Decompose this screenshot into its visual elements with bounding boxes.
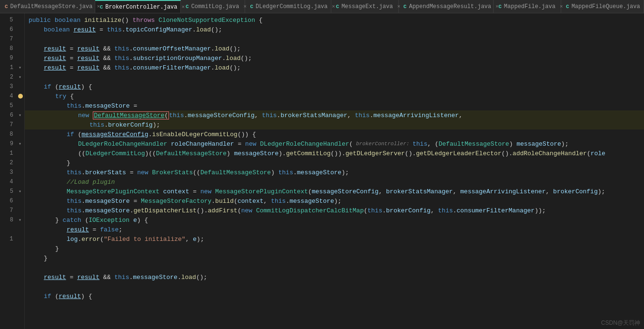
tab-close-5[interactable]: × bbox=[495, 4, 499, 10]
method-build: build bbox=[215, 198, 234, 205]
gutter-row-1a: 1 ▾ bbox=[0, 63, 24, 72]
var-msg-arriving-2: messageArrivingListener bbox=[460, 188, 545, 195]
var-context-2: context bbox=[238, 198, 264, 205]
line-num-2a: 2 bbox=[0, 74, 17, 80]
kw-throws: throws bbox=[132, 17, 155, 24]
var-broker-stats-mgr: brokerStatsManager bbox=[386, 188, 453, 195]
var-result-1: result bbox=[73, 26, 96, 33]
code-line-broker-config: this.brokerConfig); bbox=[25, 120, 644, 130]
fold-icon-5c[interactable]: ▾ bbox=[17, 189, 23, 194]
tab-label-0: DefaultMessageStore.java bbox=[10, 3, 93, 10]
line-num-4c: 4 bbox=[0, 179, 17, 185]
var-log: log bbox=[67, 236, 78, 243]
editor-area: 5 6 7 8 9 1 ▾ 2 ▾ bbox=[0, 13, 644, 329]
var-msg-store-config-2: messageStoreConfig bbox=[81, 131, 148, 138]
tab-label-3: DLedgerCommitLog.java bbox=[256, 3, 327, 10]
this-13: this bbox=[67, 198, 81, 205]
line-num-2c: 2 bbox=[0, 160, 17, 166]
var-result-6: result bbox=[44, 64, 66, 71]
var-role-change-handler: roleChangeHandler bbox=[171, 140, 234, 148]
this-12: this bbox=[278, 169, 293, 176]
tab-label-2: CommitLog.java bbox=[191, 3, 239, 10]
var-message-store-5: messageStore bbox=[85, 198, 130, 205]
tab-messageext[interactable]: C MessageExt.java × bbox=[331, 0, 399, 13]
var-msg-store-config-3: messageStoreConfig bbox=[312, 188, 378, 195]
tab-mappedfile[interactable]: C MappedFile.java × bbox=[494, 0, 561, 13]
fold-icon-1a[interactable]: ▾ bbox=[17, 65, 23, 70]
line-num-5c: 5 bbox=[0, 188, 17, 195]
kw-if-3: if bbox=[44, 293, 51, 300]
var-result-9: result bbox=[67, 226, 89, 233]
gutter-row-2a: 2 ▾ bbox=[0, 72, 24, 82]
code-line-result-msgstore-load: result = result && this.messageStore.loa… bbox=[25, 272, 644, 282]
this-15: this bbox=[67, 207, 81, 214]
line-num-4a: 4 bbox=[0, 93, 17, 100]
tab-defaultmessagestore[interactable]: C DefaultMessageStore.java × bbox=[0, 0, 95, 13]
this-6: this bbox=[169, 112, 184, 119]
var-result-2: result bbox=[44, 45, 66, 52]
var-e-2: e bbox=[193, 236, 197, 243]
code-line-result-filter: result = result && this.consumerFilterMa… bbox=[25, 63, 644, 72]
tab-close-4[interactable]: × bbox=[397, 4, 400, 10]
tab-dledgercommitlog[interactable]: C DLedgerCommitLog.java × bbox=[245, 0, 331, 13]
method-initialize: initialize bbox=[84, 17, 121, 24]
line-num-1c: 1 bbox=[0, 150, 17, 157]
line-num-7: 7 bbox=[0, 36, 17, 42]
var-message-store-8: messageStore bbox=[133, 274, 178, 281]
comment-load-plugin: //Load plugin bbox=[67, 179, 115, 186]
this-11: this bbox=[67, 169, 81, 176]
var-consumer-filter-2: consumerFilterManager bbox=[456, 207, 535, 214]
tab-appendmessageresult[interactable]: C AppendMessageResult.java × bbox=[399, 0, 494, 13]
kw-new-2: new bbox=[245, 140, 256, 148]
line-icon-4a bbox=[17, 94, 24, 99]
watermark: CSDN@天罚神 bbox=[601, 319, 640, 327]
kw-boolean-1: boolean bbox=[55, 17, 81, 24]
code-line-dispatcher: this.messageStore.getDispatcherList().ad… bbox=[25, 206, 644, 215]
gutter-row-9b: 9 ▾ bbox=[0, 139, 24, 149]
gutter-row-6: 6 bbox=[0, 25, 24, 34]
code-editor[interactable]: public boolean initialize() throws Clone… bbox=[25, 13, 644, 329]
gutter-row-9: 9 bbox=[0, 53, 24, 63]
tab-brokercontroller[interactable]: C BrokerController.java × bbox=[95, 0, 181, 13]
fold-icon-6b[interactable]: ▾ bbox=[17, 112, 23, 118]
type-dledger-role: DLedgerRoleChangeHandler bbox=[78, 140, 167, 148]
type-default-msg-2: DefaultMessageStore bbox=[156, 150, 227, 157]
tab-commitlog[interactable]: C CommitLog.java × bbox=[181, 0, 245, 13]
fold-icon-9b[interactable]: ▾ bbox=[17, 141, 23, 147]
kw-new-3: new bbox=[137, 169, 148, 176]
code-line-if-result: if (result) { bbox=[25, 82, 644, 91]
method-load-1: load bbox=[196, 26, 211, 33]
code-line-dledger-role: DLedgerRoleChangeHandler roleChangeHandl… bbox=[25, 139, 644, 149]
kw-new-5: new bbox=[241, 207, 252, 214]
type-plugin-context-2: MessageStorePluginContext bbox=[215, 188, 308, 195]
kw-if-2: if bbox=[67, 131, 74, 138]
tab-mappedfilequeue[interactable]: C MappedFileQueue.java × bbox=[561, 0, 644, 13]
code-line-close-catch: } bbox=[25, 244, 644, 253]
var-result-7: result bbox=[77, 64, 99, 71]
var-consumer-filter: consumerFilterManager bbox=[133, 64, 211, 71]
tab-close-3[interactable]: × bbox=[332, 4, 335, 10]
kw-public: public bbox=[29, 17, 51, 24]
fold-icon-8c[interactable]: ▾ bbox=[17, 217, 23, 223]
fold-icon-2a[interactable]: ▾ bbox=[17, 74, 23, 80]
line-num-5b: 5 bbox=[0, 102, 17, 109]
tab-label-5: AppendMessageResult.java bbox=[409, 3, 491, 10]
tab-close-6[interactable]: × bbox=[560, 4, 563, 10]
gutter-row-1c: 1 bbox=[0, 149, 24, 158]
tab-close-2[interactable]: × bbox=[243, 4, 247, 10]
var-message-store-2: messageStore bbox=[516, 140, 561, 148]
line-num-extra: 1 bbox=[0, 236, 17, 242]
this-10: this bbox=[413, 140, 427, 148]
method-is-enable-dledger: isEnableDLegerCommitLog bbox=[152, 131, 237, 138]
var-message-store-4: messageStore bbox=[297, 169, 342, 176]
gutter-row-7: 7 bbox=[0, 34, 24, 44]
tab-icon-3: C bbox=[250, 4, 253, 10]
code-line-try: try { bbox=[25, 91, 644, 101]
method-get-dledger: getDLedgerServer bbox=[346, 150, 405, 157]
kw-if: if bbox=[44, 83, 51, 90]
tab-close-0[interactable]: × bbox=[97, 4, 100, 10]
tab-close-1[interactable]: × bbox=[182, 4, 185, 10]
code-line-catch: } catch (IOException e) { bbox=[25, 215, 644, 225]
gutter-row-5b: 5 bbox=[0, 101, 24, 110]
gutter-row-8c: 8 ▾ bbox=[0, 215, 24, 225]
